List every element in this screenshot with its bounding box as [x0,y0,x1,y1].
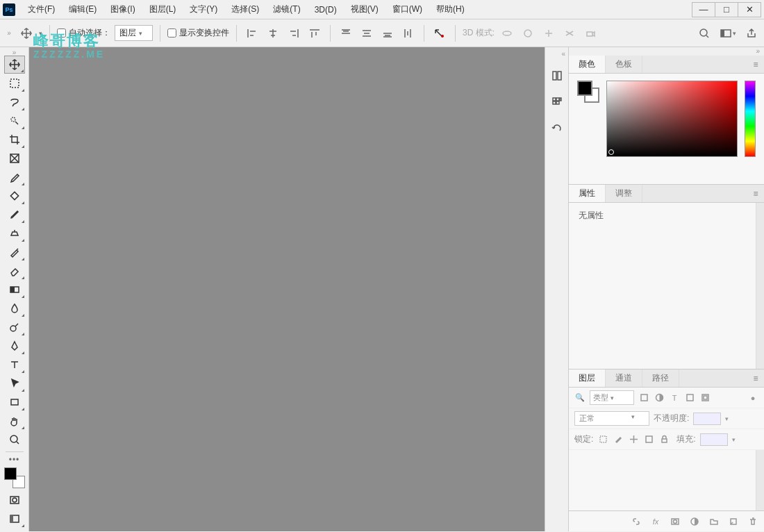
layer-mask-icon[interactable] [670,516,681,527]
path-select-tool[interactable] [4,374,25,392]
more-align-icon[interactable] [431,25,448,42]
type-tool[interactable] [4,356,25,374]
blur-tool[interactable] [4,299,25,317]
share-icon[interactable] [743,25,760,42]
foreground-color[interactable] [4,467,17,480]
align-top-icon[interactable] [306,25,323,42]
close-button[interactable]: ✕ [738,2,761,17]
properties-panel-menu-icon[interactable]: ≡ [747,185,764,202]
hand-tool[interactable] [4,412,25,430]
toolbar-handle[interactable]: » [0,49,28,56]
filter-toggle-icon[interactable]: ● [747,392,758,404]
tab-properties[interactable]: 属性 [569,185,606,202]
menu-layer[interactable]: 图层(L) [142,1,183,18]
layers-scrollbar[interactable] [756,450,764,510]
link-layers-icon[interactable] [631,516,642,527]
color-panel-swatches[interactable] [577,81,599,103]
frame-tool[interactable] [4,149,25,167]
cp-foreground[interactable] [577,81,592,96]
lock-transparent-icon[interactable] [597,434,608,445]
tab-layers[interactable]: 图层 [569,369,606,387]
color-panel-menu-icon[interactable]: ≡ [747,56,764,73]
layer-filter-type[interactable]: 类型 ▾ [590,390,634,405]
quick-select-tool[interactable] [4,112,25,130]
lock-all-icon[interactable] [658,434,670,445]
properties-scrollbar[interactable] [756,203,764,369]
show-transform-checkbox[interactable]: 显示变换控件 [167,27,229,39]
rectangle-tool[interactable] [4,393,25,411]
menu-help[interactable]: 帮助(H) [429,1,472,18]
clone-stamp-tool[interactable] [4,224,25,242]
panels-collapse-handle[interactable]: » [569,47,764,56]
lock-artboard-icon[interactable] [643,434,654,445]
align-right-icon[interactable] [285,25,302,42]
menu-type[interactable]: 文字(Y) [183,1,224,18]
minimize-button[interactable]: — [692,2,715,17]
crop-tool[interactable] [4,131,25,149]
layer-group-icon[interactable] [708,516,720,527]
fill-field[interactable] [700,433,728,446]
distribute-left-icon[interactable] [400,25,417,42]
menu-filter[interactable]: 滤镜(T) [266,1,307,18]
eyedropper-tool[interactable] [4,168,25,186]
swatches-panel-icon[interactable] [548,93,566,111]
filter-type-icon[interactable]: T [669,392,680,404]
tab-color[interactable]: 颜色 [569,56,606,73]
marquee-tool[interactable] [4,74,25,92]
menu-image[interactable]: 图像(I) [103,1,142,18]
edit-toolbar-icon[interactable]: ••• [4,454,25,465]
search-icon[interactable] [696,25,713,42]
pen-tool[interactable] [4,337,25,355]
refresh-panel-icon[interactable] [548,119,566,138]
menu-view[interactable]: 视图(V) [344,1,385,18]
quick-mask-icon[interactable] [4,491,25,509]
filter-adjust-icon[interactable] [654,392,665,404]
tab-paths[interactable]: 路径 [642,369,679,387]
maximize-button[interactable]: □ [715,2,738,17]
menu-edit[interactable]: 编辑(E) [62,1,103,18]
brush-tool[interactable] [4,206,25,224]
healing-brush-tool[interactable] [4,187,25,205]
current-tool-icon[interactable] [18,25,35,42]
color-swatches[interactable] [4,467,25,488]
gradient-tool[interactable] [4,281,25,299]
zoom-tool[interactable] [4,431,25,449]
screenmode-tool-icon[interactable] [4,510,25,528]
align-hcenter-icon[interactable] [265,25,281,42]
layer-fx-icon[interactable]: fx [650,516,661,527]
menu-file[interactable]: 文件(F) [21,1,62,18]
lasso-tool[interactable] [4,93,25,111]
tab-channels[interactable]: 通道 [606,369,642,387]
opacity-field[interactable] [693,413,721,425]
screen-mode-icon[interactable]: ▾ [720,25,736,42]
lock-paint-icon[interactable] [613,434,624,445]
layers-panel-menu-icon[interactable]: ≡ [747,369,764,387]
hue-slider[interactable] [745,81,756,157]
distribute-bottom-icon[interactable] [379,25,396,42]
menu-window[interactable]: 窗口(W) [385,1,429,18]
canvas-area[interactable]: 峰哥博客 ZZZZZZ.ME [29,47,545,531]
tab-adjustments[interactable]: 调整 [606,185,642,202]
filter-smart-icon[interactable] [699,392,711,404]
history-brush-tool[interactable] [4,243,25,261]
tab-swatches[interactable]: 色板 [606,56,642,73]
auto-select-target-dropdown[interactable]: 图层▾ [115,25,153,41]
new-layer-icon[interactable] [728,516,739,527]
distribute-top-icon[interactable] [338,25,354,42]
blend-mode-select[interactable]: 正常▾ [574,411,649,426]
move-tool[interactable] [4,56,25,74]
history-panel-icon[interactable] [548,67,566,85]
filter-pixel-icon[interactable] [638,392,649,404]
adjustment-layer-icon[interactable] [689,516,700,527]
layer-list[interactable] [569,450,764,510]
lock-position-icon[interactable] [628,434,639,445]
color-field[interactable] [606,81,738,157]
dodge-tool[interactable] [4,318,25,336]
filter-shape-icon[interactable] [684,392,695,404]
menu-3d[interactable]: 3D(D) [308,2,344,17]
dock-collapse-handle[interactable]: « [545,50,568,58]
align-left-icon[interactable] [244,25,260,42]
delete-layer-icon[interactable] [747,516,758,527]
menu-select[interactable]: 选择(S) [224,1,266,18]
distribute-vcenter-icon[interactable] [358,25,375,42]
